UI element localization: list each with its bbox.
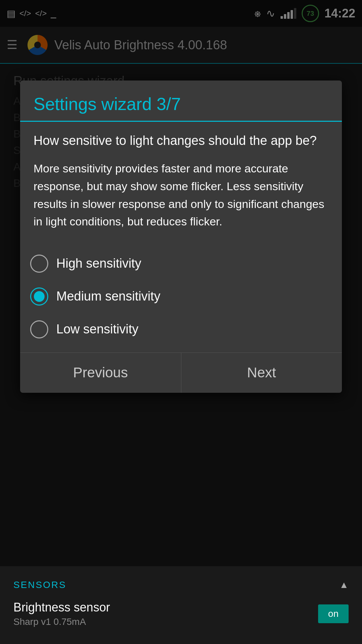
- sensors-header: SENSORS ▲: [13, 576, 349, 594]
- dialog-body: How sensitive to light changes should th…: [20, 122, 342, 244]
- medium-sensitivity-label: Medium sensitivity: [56, 289, 160, 304]
- sensor-detail: Sharp v1 0.75mA: [13, 616, 110, 627]
- sensors-label: SENSORS: [13, 580, 66, 590]
- high-sensitivity-label: High sensitivity: [56, 256, 141, 271]
- sensor-toggle[interactable]: on: [318, 604, 349, 623]
- bottom-content: SENSORS ▲ Brightness sensor Sharp v1 0.7…: [0, 566, 362, 644]
- medium-sensitivity-option[interactable]: Medium sensitivity: [27, 280, 335, 313]
- sensitivity-radio-group: High sensitivity Medium sensitivity Low …: [20, 244, 342, 353]
- dialog-description: More sensitivity provides faster and mor…: [34, 160, 328, 230]
- low-sensitivity-option[interactable]: Low sensitivity: [27, 313, 335, 346]
- sensors-collapse-icon[interactable]: ▲: [339, 580, 349, 590]
- previous-button[interactable]: Previous: [20, 353, 181, 393]
- high-sensitivity-radio[interactable]: [30, 255, 48, 273]
- sensor-info: Brightness sensor Sharp v1 0.75mA: [13, 600, 110, 627]
- sensor-item: Brightness sensor Sharp v1 0.75mA on: [13, 594, 349, 634]
- dialog-question: How sensitive to light changes should th…: [34, 132, 328, 150]
- low-sensitivity-label: Low sensitivity: [56, 322, 138, 336]
- high-sensitivity-option[interactable]: High sensitivity: [27, 247, 335, 280]
- dialog-title: Settings wizard 3/7: [34, 94, 328, 114]
- medium-sensitivity-radio[interactable]: [30, 287, 48, 306]
- dialog-footer: Previous Next: [20, 353, 342, 393]
- settings-wizard-dialog: Settings wizard 3/7 How sensitive to lig…: [20, 80, 342, 393]
- next-button[interactable]: Next: [181, 353, 342, 393]
- dialog-header: Settings wizard 3/7: [20, 80, 342, 122]
- low-sensitivity-radio[interactable]: [30, 320, 48, 338]
- sensor-name: Brightness sensor: [13, 600, 110, 614]
